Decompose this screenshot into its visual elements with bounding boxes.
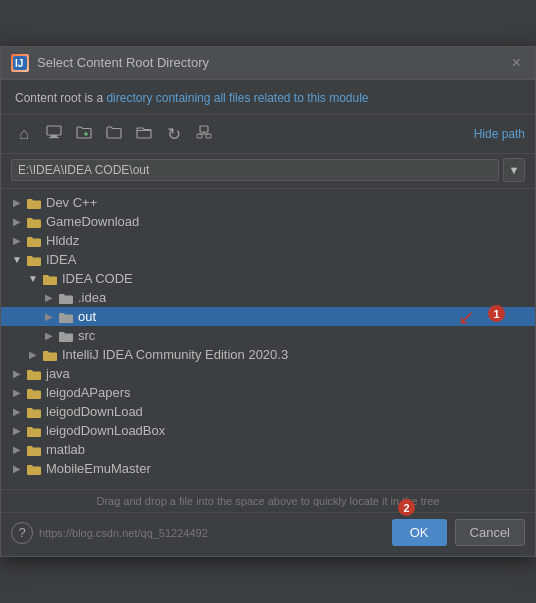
hide-path-link[interactable]: Hide path — [474, 127, 525, 141]
title-bar: IJ Select Content Root Directory × — [1, 47, 535, 80]
tree-item-dev-cpp[interactable]: ▶ Dev C++ — [1, 193, 535, 212]
svg-rect-3 — [51, 135, 57, 137]
folder2-icon — [136, 125, 152, 143]
refresh-icon: ↻ — [167, 124, 181, 145]
refresh-button[interactable]: ↻ — [161, 121, 187, 147]
expand-icon-matlab: ▶ — [9, 444, 25, 455]
tree-item-java[interactable]: ▶ java — [1, 364, 535, 383]
folder-icon-idea — [25, 253, 43, 267]
label-dot-idea: .idea — [78, 290, 106, 305]
folder-icon-hlddz — [25, 234, 43, 248]
footer-left: ? https://blog.csdn.net/qq_51224492 — [11, 522, 208, 544]
footer-right: 2 OK Cancel — [392, 519, 525, 546]
expand-icon-intellij: ▶ — [25, 349, 41, 360]
folder-icon — [106, 125, 122, 143]
folder-icon-gamedownload — [25, 215, 43, 229]
footer: ? https://blog.csdn.net/qq_51224492 2 OK… — [1, 512, 535, 556]
desc-pre: Content root is a — [15, 91, 106, 105]
label-mobile-emumaster: MobileEmuMaster — [46, 461, 151, 476]
dialog: IJ Select Content Root Directory × Conte… — [0, 46, 536, 558]
label-leigod-papers: leigodAPapers — [46, 385, 131, 400]
expand-icon-out: ▶ — [41, 311, 57, 322]
folder-icon-leigod-papers — [25, 386, 43, 400]
tree-item-gamedownload[interactable]: ▶ GameDownload — [1, 212, 535, 231]
ok-button[interactable]: OK — [392, 519, 447, 546]
svg-text:IJ: IJ — [15, 58, 23, 69]
expand-icon-leigod-download: ▶ — [9, 406, 25, 417]
tree-item-out[interactable]: ▶ out ↙ 1 — [1, 307, 535, 326]
folder-icon-leigod-downloadbox — [25, 424, 43, 438]
svg-rect-2 — [47, 126, 61, 135]
tree-item-idea-code[interactable]: ▼ IDEA CODE — [1, 269, 535, 288]
title-bar-left: IJ Select Content Root Directory — [11, 54, 209, 72]
folder-icon-out — [57, 310, 75, 324]
tree-item-idea[interactable]: ▼ IDEA — [1, 250, 535, 269]
expand-icon-dot-idea: ▶ — [41, 292, 57, 303]
description-area: Content root is a directory containing a… — [1, 80, 535, 116]
network-icon — [196, 124, 212, 144]
tree-area: ▶ Dev C++ ▶ GameDownload ▶ Hlddz — [1, 189, 535, 489]
expand-icon-hlddz: ▶ — [9, 235, 25, 246]
label-intellij: IntelliJ IDEA Community Edition 2020.3 — [62, 347, 288, 362]
expand-icon-leigod-papers: ▶ — [9, 387, 25, 398]
expand-icon-idea: ▼ — [9, 254, 25, 265]
expand-icon-leigod-downloadbox: ▶ — [9, 425, 25, 436]
tree-item-leigod-downloadbox[interactable]: ▶ leigodDownLoadBox — [1, 421, 535, 440]
home-button[interactable]: ⌂ — [11, 121, 37, 147]
tree-item-matlab[interactable]: ▶ matlab — [1, 440, 535, 459]
arrow-annotation-1: ↙ — [458, 305, 475, 329]
tree-item-hlddz[interactable]: ▶ Hlddz — [1, 231, 535, 250]
label-hlddz: Hlddz — [46, 233, 79, 248]
dialog-title: Select Content Root Directory — [37, 55, 209, 70]
svg-rect-9 — [206, 134, 211, 138]
expand-icon-gamedownload: ▶ — [9, 216, 25, 227]
new-folder-icon — [76, 125, 92, 143]
label-idea-code: IDEA CODE — [62, 271, 133, 286]
toolbar: ⌂ — [1, 115, 535, 154]
expand-icon-java: ▶ — [9, 368, 25, 379]
tree-item-dot-idea[interactable]: ▶ .idea — [1, 288, 535, 307]
label-src: src — [78, 328, 95, 343]
desktop-icon — [46, 124, 62, 144]
tree-item-intellij[interactable]: ▶ IntelliJ IDEA Community Edition 2020.3 — [1, 345, 535, 364]
tree-item-leigod-download[interactable]: ▶ leigodDownLoad — [1, 402, 535, 421]
label-matlab: matlab — [46, 442, 85, 457]
folder-icon-idea-code — [41, 272, 59, 286]
path-input[interactable] — [11, 159, 499, 181]
path-dropdown-button[interactable]: ▼ — [503, 158, 525, 182]
label-idea: IDEA — [46, 252, 76, 267]
folder2-button[interactable] — [131, 121, 157, 147]
badge-1: 1 — [488, 305, 505, 322]
label-gamedownload: GameDownload — [46, 214, 139, 229]
folder-icon-java — [25, 367, 43, 381]
label-out: out — [78, 309, 96, 324]
new-folder-button[interactable] — [71, 121, 97, 147]
expand-icon-src: ▶ — [41, 330, 57, 341]
label-leigod-download: leigodDownLoad — [46, 404, 143, 419]
folder-icon-dev-cpp — [25, 196, 43, 210]
expand-icon-idea-code: ▼ — [25, 273, 41, 284]
folder-icon-dot-idea — [57, 291, 75, 305]
cancel-button[interactable]: Cancel — [455, 519, 525, 546]
folder-icon-leigod-download — [25, 405, 43, 419]
path-bar: ▼ — [1, 154, 535, 189]
badge-2: 2 — [398, 499, 415, 516]
folder-icon-intellij — [41, 348, 59, 362]
desc-link[interactable]: directory containing all files related t… — [106, 91, 368, 105]
network-button[interactable] — [191, 121, 217, 147]
folder-icon-matlab — [25, 443, 43, 457]
expand-icon-mobile-emumaster: ▶ — [9, 463, 25, 474]
tree-item-leigod-papers[interactable]: ▶ leigodAPapers — [1, 383, 535, 402]
close-button[interactable]: × — [508, 53, 525, 73]
desktop-button[interactable] — [41, 121, 67, 147]
svg-rect-4 — [49, 137, 59, 138]
home-icon: ⌂ — [19, 125, 29, 143]
label-leigod-downloadbox: leigodDownLoadBox — [46, 423, 165, 438]
svg-rect-7 — [200, 126, 208, 132]
help-button[interactable]: ? — [11, 522, 33, 544]
footer-url: https://blog.csdn.net/qq_51224492 — [39, 527, 208, 539]
tree-item-mobile-emumaster[interactable]: ▶ MobileEmuMaster — [1, 459, 535, 478]
folder-icon-mobile-emumaster — [25, 462, 43, 476]
folder-button[interactable] — [101, 121, 127, 147]
tree-item-src[interactable]: ▶ src — [1, 326, 535, 345]
